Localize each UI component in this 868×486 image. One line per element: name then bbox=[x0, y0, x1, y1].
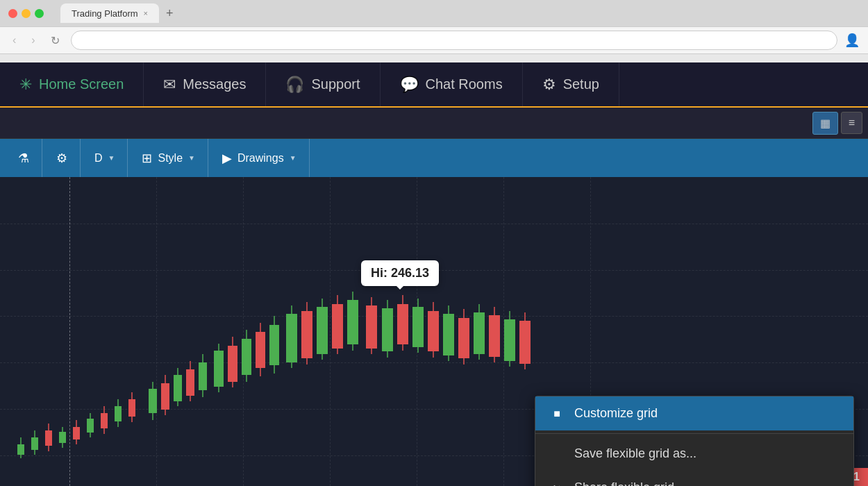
svg-rect-1 bbox=[17, 444, 24, 455]
svg-rect-69 bbox=[519, 321, 531, 364]
list-view-button[interactable]: ≡ bbox=[841, 112, 862, 134]
drawings-button[interactable]: ▶ Drawings ▼ bbox=[210, 139, 310, 177]
forward-button[interactable]: › bbox=[27, 31, 39, 49]
minimize-window-button[interactable] bbox=[22, 9, 31, 18]
svg-rect-49 bbox=[366, 305, 377, 349]
share-flexible-grid-icon: ↪ bbox=[549, 481, 565, 486]
nav-label-support: Support bbox=[311, 76, 360, 92]
d-dropdown-arrow: ▼ bbox=[108, 154, 115, 162]
style-button[interactable]: ⊞ Style ▼ bbox=[129, 139, 208, 177]
svg-rect-55 bbox=[412, 307, 424, 347]
d-button[interactable]: D ▼ bbox=[82, 139, 128, 177]
nav-label-messages: Messages bbox=[183, 76, 246, 92]
nav-item-support[interactable]: 🎧 Support bbox=[266, 62, 380, 106]
gear-icon: ⚙ bbox=[56, 151, 67, 166]
svg-rect-11 bbox=[87, 419, 94, 433]
d-label: D bbox=[94, 152, 103, 165]
drawings-dropdown-arrow: ▼ bbox=[290, 154, 297, 162]
nav-item-home[interactable]: ✳ Home Screen bbox=[0, 62, 144, 106]
nav-item-setup[interactable]: ⚙ Setup bbox=[523, 62, 619, 106]
context-menu-item-customize-grid[interactable]: ■ Customize grid bbox=[535, 396, 853, 430]
svg-rect-17 bbox=[128, 399, 135, 417]
nav-label-setup: Setup bbox=[563, 76, 599, 92]
svg-rect-67 bbox=[504, 319, 515, 361]
svg-rect-25 bbox=[186, 369, 194, 396]
svg-rect-15 bbox=[115, 406, 122, 421]
svg-rect-41 bbox=[301, 311, 312, 358]
browser-chrome: Trading Platform × + ‹ › ↻ 👤 bbox=[0, 0, 868, 62]
browser-tab[interactable]: Trading Platform × bbox=[60, 3, 159, 23]
app-container: ✳ Home Screen ✉ Messages 🎧 Support 💬 Cha… bbox=[0, 62, 868, 486]
svg-rect-37 bbox=[269, 325, 279, 365]
nav-item-messages[interactable]: ✉ Messages bbox=[144, 62, 266, 106]
messages-icon: ✉ bbox=[163, 76, 176, 94]
secondary-toolbar: ▦ ≡ bbox=[0, 108, 868, 139]
svg-rect-59 bbox=[443, 314, 454, 355]
back-button[interactable]: ‹ bbox=[8, 31, 20, 49]
grid-view-button[interactable]: ▦ bbox=[812, 112, 838, 135]
svg-rect-3 bbox=[31, 437, 38, 450]
close-window-button[interactable] bbox=[8, 9, 17, 18]
price-tooltip: Hi: 246.13 bbox=[361, 260, 439, 286]
svg-rect-65 bbox=[489, 315, 500, 357]
user-account-icon[interactable]: 👤 bbox=[844, 33, 860, 48]
svg-rect-57 bbox=[428, 311, 439, 351]
nav-label-chatrooms: Chat Rooms bbox=[426, 76, 503, 92]
svg-rect-61 bbox=[458, 318, 469, 358]
style-dropdown-arrow: ▼ bbox=[188, 154, 195, 162]
svg-rect-35 bbox=[256, 332, 265, 368]
svg-rect-45 bbox=[332, 304, 343, 349]
context-menu-item-save-flexible-grid[interactable]: Save flexible grid as... bbox=[535, 437, 853, 471]
tab-bar: Trading Platform × + bbox=[60, 3, 860, 24]
svg-rect-9 bbox=[73, 427, 80, 439]
svg-rect-13 bbox=[101, 413, 108, 428]
new-tab-button[interactable]: + bbox=[160, 3, 179, 24]
refresh-button[interactable]: ↻ bbox=[47, 31, 64, 50]
style-label: Style bbox=[158, 152, 183, 165]
svg-rect-19 bbox=[149, 389, 157, 413]
url-input[interactable] bbox=[71, 31, 837, 50]
svg-rect-33 bbox=[242, 339, 251, 375]
svg-rect-27 bbox=[199, 362, 207, 390]
svg-rect-63 bbox=[474, 312, 485, 354]
chart-area[interactable]: Hi: 246.13 bbox=[0, 177, 868, 486]
candlestick-chart bbox=[0, 285, 542, 479]
svg-rect-47 bbox=[347, 300, 358, 344]
chart-toolbar: ⚗ ⚙ D ▼ ⊞ Style ▼ ▶ Drawings ▼ bbox=[0, 139, 868, 177]
traffic-lights bbox=[8, 9, 44, 18]
tab-close-button[interactable]: × bbox=[144, 9, 148, 17]
home-icon: ✳ bbox=[19, 76, 32, 94]
flask-icon: ⚗ bbox=[18, 151, 29, 166]
drawings-label: Drawings bbox=[237, 152, 284, 165]
share-flexible-grid-label: Share flexible grid... bbox=[574, 480, 685, 486]
svg-rect-53 bbox=[397, 304, 408, 344]
svg-rect-7 bbox=[59, 432, 66, 443]
svg-rect-39 bbox=[286, 314, 297, 362]
svg-rect-51 bbox=[382, 308, 393, 351]
address-bar: ‹ › ↻ 👤 bbox=[0, 26, 868, 54]
flask-button[interactable]: ⚗ bbox=[6, 139, 42, 177]
svg-rect-43 bbox=[317, 307, 328, 354]
settings-button[interactable]: ⚙ bbox=[44, 139, 81, 177]
save-flexible-grid-label: Save flexible grid as... bbox=[574, 446, 696, 461]
nav-item-chatrooms[interactable]: 💬 Chat Rooms bbox=[381, 62, 523, 106]
svg-rect-21 bbox=[161, 383, 169, 410]
maximize-window-button[interactable] bbox=[35, 9, 44, 18]
tooltip-text: Hi: 246.13 bbox=[371, 266, 429, 280]
context-menu-item-share-flexible-grid[interactable]: ↪ Share flexible grid... bbox=[535, 471, 853, 486]
svg-rect-5 bbox=[45, 430, 52, 446]
nav-label-home: Home Screen bbox=[39, 76, 124, 92]
tab-title: Trading Platform bbox=[72, 8, 138, 19]
support-icon: 🎧 bbox=[285, 76, 304, 94]
cursor-icon: ▶ bbox=[222, 151, 232, 166]
setup-icon: ⚙ bbox=[542, 76, 556, 94]
top-navigation: ✳ Home Screen ✉ Messages 🎧 Support 💬 Cha… bbox=[0, 62, 868, 108]
style-layout-icon: ⊞ bbox=[142, 151, 152, 166]
context-menu-separator-1 bbox=[535, 433, 853, 434]
svg-rect-29 bbox=[214, 351, 224, 387]
svg-rect-31 bbox=[228, 346, 237, 382]
svg-rect-23 bbox=[174, 375, 182, 401]
customize-grid-icon: ■ bbox=[549, 408, 565, 420]
customize-grid-label: Customize grid bbox=[574, 406, 658, 421]
title-bar: Trading Platform × + bbox=[0, 0, 868, 26]
